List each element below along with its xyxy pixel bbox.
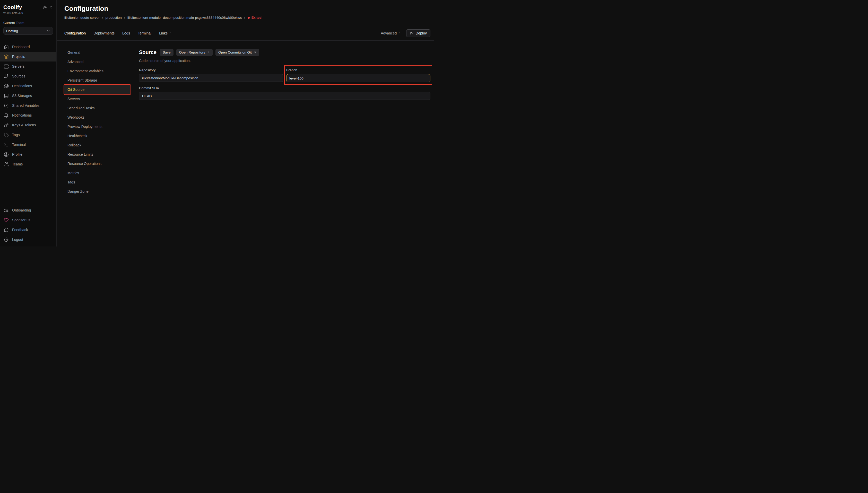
source-description: Code source of your application. (139, 59, 430, 63)
sidebar-item-notifications[interactable]: Notifications (0, 110, 56, 120)
advanced-label: Advanced (381, 31, 397, 35)
checklist-icon (4, 208, 9, 213)
sidebar-item-sponsor-us[interactable]: Sponsor us (0, 215, 56, 225)
open-commits-label: Open Commits on Git (218, 50, 252, 54)
source-heading: Source (139, 49, 156, 55)
variables-icon (4, 103, 9, 108)
sidebar-item-label: Sponsor us (12, 218, 30, 222)
subnav-item-preview-deployments[interactable]: Preview Deployments (64, 122, 130, 131)
chevron-right-icon: › (124, 16, 125, 20)
save-button[interactable]: Save (160, 49, 173, 56)
external-link-icon (207, 51, 210, 54)
sidebar-item-profile[interactable]: Profile (0, 150, 56, 159)
tab-configuration[interactable]: Configuration (64, 31, 86, 35)
subnav-item-resource-limits[interactable]: Resource Limits (64, 150, 130, 159)
repository-input[interactable] (139, 74, 283, 82)
chevron-right-icon: › (102, 16, 103, 20)
sidebar-item-label: Servers (12, 64, 24, 68)
text-cursor (304, 77, 304, 80)
status-badge: Exited (248, 16, 261, 20)
sidebar-item-label: Dashboard (12, 45, 30, 49)
sidebar-item-label: Notifications (12, 113, 31, 117)
tabbar: Configuration Deployments Logs Terminal … (57, 29, 434, 41)
subnav-item-rollback[interactable]: Rollback (64, 141, 130, 150)
sidebar-item-tags[interactable]: Tags (0, 130, 56, 140)
database-icon (4, 93, 9, 98)
open-repository-label: Open Repository (179, 50, 205, 54)
commit-sha-label: Commit SHA (139, 86, 430, 90)
status-dot-icon (248, 17, 250, 19)
subnav-item-scheduled-tasks[interactable]: Scheduled Tasks (64, 103, 130, 113)
commit-sha-input[interactable] (139, 92, 430, 100)
sidebar-item-label: Sources (12, 74, 25, 78)
current-team-label: Current Team (3, 21, 53, 25)
tab-links[interactable]: Links (159, 31, 172, 35)
subnav-item-git-source[interactable]: Git Source (64, 85, 130, 94)
breadcrumb-environment[interactable]: production (106, 16, 122, 20)
sidebar-item-label: Teams (12, 162, 23, 166)
sidebar-item-servers[interactable]: Servers (0, 62, 56, 71)
open-repository-button[interactable]: Open Repository (176, 49, 213, 56)
chat-icon (4, 228, 9, 232)
subnav-item-environment-variables[interactable]: Environment Variables (64, 66, 130, 76)
branch-field: Branch level-100 (286, 68, 430, 82)
container-icon (4, 84, 9, 88)
sidebar-item-s3-storages[interactable]: S3 Storages (0, 91, 56, 101)
open-commits-button[interactable]: Open Commits on Git (215, 49, 259, 56)
users-icon (4, 162, 9, 167)
git-source-panel: Source Save Open Repository Open Commits… (139, 48, 430, 246)
sidebar-item-label: Feedback (12, 228, 28, 232)
sidebar-item-destinations[interactable]: Destinations (0, 81, 56, 91)
sidebar-item-dashboard[interactable]: Dashboard (0, 42, 56, 52)
subnav-item-danger-zone[interactable]: Danger Zone (64, 187, 130, 196)
external-link-icon (254, 51, 256, 54)
chevron-right-icon: › (244, 16, 245, 20)
tag-icon (4, 132, 9, 137)
subnav-item-healthcheck[interactable]: Healthcheck (64, 131, 130, 141)
tab-deployments[interactable]: Deployments (93, 31, 114, 35)
subnav-item-persistent-storage[interactable]: Persistent Storage (64, 76, 130, 85)
team-select-value: Hosting (6, 29, 18, 33)
sidebar-item-label: Projects (12, 55, 25, 59)
play-icon (410, 31, 414, 35)
sidebar-item-logout[interactable]: Logout (0, 235, 56, 244)
sidebar-item-teams[interactable]: Teams (0, 159, 56, 169)
chevrons-up-down-icon[interactable] (49, 6, 53, 9)
terminal-icon (4, 142, 9, 147)
sidebar-bottom-nav: Onboarding Sponsor us Feedback Logout (0, 205, 56, 246)
sidebar-item-label: Destinations (12, 84, 32, 88)
sidebar-item-projects[interactable]: Projects (0, 52, 56, 62)
breadcrumb-resource[interactable]: illicitestonion/-module--decomposition:m… (127, 16, 242, 20)
theme-toggle-sun-icon[interactable] (43, 5, 47, 9)
breadcrumb: illicitonion quote server › production ›… (64, 16, 430, 20)
branch-input[interactable]: level-100 (286, 74, 430, 82)
tab-terminal[interactable]: Terminal (138, 31, 151, 35)
sidebar-item-keys-tokens[interactable]: Keys & Tokens (0, 120, 56, 130)
subnav-item-webhooks[interactable]: Webhooks (64, 113, 130, 122)
sidebar-item-sources[interactable]: Sources (0, 71, 56, 81)
sidebar-item-onboarding[interactable]: Onboarding (0, 205, 56, 215)
bell-icon (4, 113, 9, 118)
sidebar-item-label: Keys & Tokens (12, 123, 36, 127)
subnav-item-advanced[interactable]: Advanced (64, 57, 130, 66)
sidebar-item-feedback[interactable]: Feedback (0, 225, 56, 235)
deploy-button[interactable]: Deploy (406, 29, 430, 37)
page-title: Configuration (64, 5, 430, 13)
main-content: Configuration illicitonion quote server … (57, 0, 434, 246)
sidebar-item-label: Onboarding (12, 208, 31, 212)
advanced-dropdown[interactable]: Advanced (381, 31, 401, 35)
sidebar-item-label: Logout (12, 237, 23, 242)
home-icon (4, 44, 9, 49)
sidebar-item-shared-variables[interactable]: Shared Variables (0, 101, 56, 110)
team-select[interactable]: Hosting (3, 27, 53, 35)
breadcrumb-project[interactable]: illicitonion quote server (64, 16, 100, 20)
subnav-item-servers[interactable]: Servers (64, 94, 130, 103)
app-logo: Coolify (3, 4, 22, 10)
subnav-item-metrics[interactable]: Metrics (64, 168, 130, 177)
tab-logs[interactable]: Logs (122, 31, 130, 35)
sidebar-item-terminal[interactable]: Terminal (0, 140, 56, 150)
subnav-item-general[interactable]: General (64, 48, 130, 57)
subnav-item-resource-operations[interactable]: Resource Operations (64, 159, 130, 168)
sidebar-item-label: Tags (12, 133, 20, 137)
subnav-item-tags[interactable]: Tags (64, 177, 130, 187)
